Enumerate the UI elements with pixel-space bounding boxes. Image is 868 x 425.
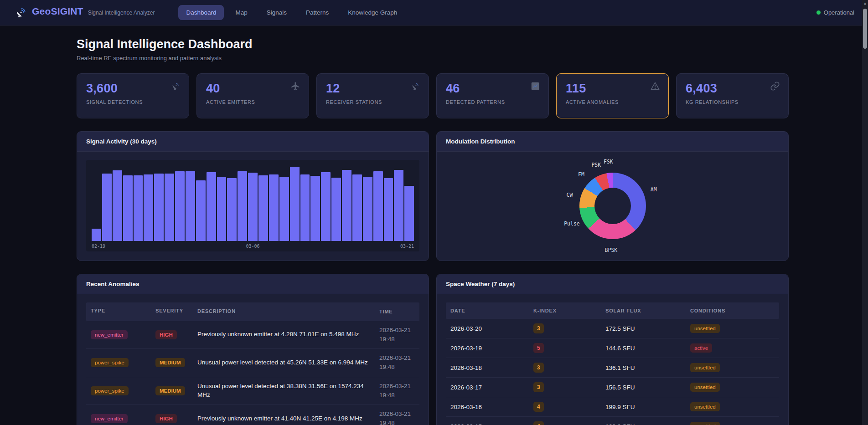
anomaly-type-badge: new_emitter bbox=[91, 414, 128, 423]
panel-title: Space Weather (7 days) bbox=[437, 274, 788, 294]
donut-slice-label: BPSK bbox=[605, 247, 618, 253]
anomaly-type-badge: power_spike bbox=[91, 386, 129, 395]
weather-date: 2026-03-17 bbox=[446, 379, 529, 395]
brand[interactable]: GeoSIGINT Signal Intelligence Analyzer bbox=[14, 6, 155, 20]
activity-bar bbox=[217, 177, 227, 241]
stat-value: 46 bbox=[446, 82, 539, 96]
weather-cond-cell: unsettled bbox=[686, 378, 779, 396]
activity-bar bbox=[134, 175, 143, 241]
activity-bar bbox=[92, 229, 101, 241]
anomaly-type-cell: new_emitter bbox=[86, 326, 151, 344]
nav-item-knowledge-graph[interactable]: Knowledge Graph bbox=[340, 5, 405, 20]
anomaly-description: Previously unknown emitter at 4.28N 71.0… bbox=[193, 326, 375, 343]
column-header: DESCRIPTION bbox=[193, 302, 375, 321]
nav-item-map[interactable]: Map bbox=[227, 5, 255, 20]
weather-flux: 199.9 SFU bbox=[601, 399, 686, 415]
stat-card-detected-patterns: 46 DETECTED PATTERNS bbox=[436, 73, 549, 118]
signal-activity-panel: Signal Activity (30 days) 02-19 03-06 03… bbox=[77, 131, 429, 261]
weather-date: 2026-03-19 bbox=[446, 340, 529, 356]
activity-bar bbox=[102, 174, 112, 241]
column-header: SEVERITY bbox=[151, 302, 193, 321]
anomaly-type-badge: power_spike bbox=[91, 358, 129, 367]
stat-label: ACTIVE EMITTERS bbox=[206, 99, 300, 105]
space-weather-panel: Space Weather (7 days) DATE K-INDEX SOLA… bbox=[436, 274, 789, 425]
weather-flux: 172.5 SFU bbox=[601, 321, 686, 337]
activity-bar bbox=[269, 174, 279, 241]
top-nav: GeoSIGINT Signal Intelligence Analyzer D… bbox=[0, 0, 868, 26]
scrollbar-up-arrow-icon[interactable]: ▲ bbox=[862, 1, 868, 5]
stat-card-signal-detections: 3,600 SIGNAL DETECTIONS bbox=[77, 73, 189, 118]
activity-bar bbox=[113, 170, 122, 241]
brand-tagline: Signal Intelligence Analyzer bbox=[88, 10, 155, 16]
trend-chart-icon bbox=[530, 81, 540, 91]
weather-flux: 129.0 SFU bbox=[601, 419, 686, 425]
panel-title: Modulation Distribution bbox=[437, 132, 788, 152]
anomaly-severity-badge: MEDIUM bbox=[155, 386, 185, 395]
plane-icon bbox=[290, 81, 300, 91]
activity-bar bbox=[310, 176, 320, 241]
anomaly-description: Unusual power level detected at 45.26N 5… bbox=[193, 354, 375, 372]
anomaly-type-badge: new_emitter bbox=[91, 330, 128, 339]
system-status: Operational bbox=[816, 9, 854, 16]
k-index-badge: 3 bbox=[533, 382, 544, 392]
nav-item-signals[interactable]: Signals bbox=[259, 5, 294, 20]
page-scrollbar[interactable]: ▲ bbox=[862, 0, 868, 425]
nav-item-patterns[interactable]: Patterns bbox=[298, 5, 336, 20]
conditions-badge: unsettled bbox=[690, 383, 720, 392]
recent-anomalies-panel: Recent Anomalies TYPE SEVERITY DESCRIPTI… bbox=[77, 274, 429, 425]
activity-bar bbox=[290, 167, 300, 241]
weather-k-cell: 5 bbox=[529, 338, 601, 358]
signal-activity-chart: 02-19 03-06 03-21 bbox=[86, 160, 419, 251]
weather-cond-cell: unsettled bbox=[686, 358, 779, 377]
conditions-badge: unsettled bbox=[690, 402, 720, 411]
donut-wrap: AMBPSKPulseCWFMPSKFSK bbox=[535, 152, 690, 260]
x-tick: 02-19 bbox=[92, 244, 105, 249]
scrollbar-thumb[interactable] bbox=[863, 9, 867, 49]
weather-table: DATE K-INDEX SOLAR FLUX CONDITIONS 2026-… bbox=[437, 294, 788, 425]
stat-label: RECEIVER STATIONS bbox=[326, 99, 419, 105]
x-tick: 03-21 bbox=[400, 244, 414, 249]
activity-bar bbox=[352, 174, 362, 241]
activity-bar bbox=[175, 171, 185, 241]
activity-bar bbox=[248, 173, 258, 241]
anomalies-table: TYPE SEVERITY DESCRIPTION TIME new_emitt… bbox=[77, 294, 429, 425]
conditions-badge: unsettled bbox=[690, 422, 720, 425]
anomaly-severity-badge: HIGH bbox=[155, 414, 177, 423]
weather-cond-cell: unsettled bbox=[686, 319, 779, 338]
anomaly-type-cell: power_spike bbox=[86, 353, 151, 372]
weather-row: 2026-03-183136.1 SFUunsettled bbox=[446, 358, 779, 378]
tables-row: Recent Anomalies TYPE SEVERITY DESCRIPTI… bbox=[77, 274, 789, 425]
activity-bar bbox=[154, 174, 164, 241]
activity-bar bbox=[384, 178, 393, 241]
weather-cond-cell: unsettled bbox=[686, 398, 779, 416]
donut-slice-label: FSK bbox=[604, 159, 613, 165]
weather-row: 2026-03-203172.5 SFUunsettled bbox=[446, 319, 779, 338]
column-header: K-INDEX bbox=[529, 302, 601, 319]
anomaly-time: 2026-03-21 19:48 bbox=[375, 349, 419, 377]
conditions-badge: active bbox=[690, 343, 712, 353]
weather-table-body: 2026-03-203172.5 SFUunsettled2026-03-195… bbox=[446, 319, 779, 425]
anomaly-severity-badge: HIGH bbox=[155, 330, 177, 339]
modulation-donut-chart: AMBPSKPulseCWFMPSKFSK bbox=[437, 152, 788, 260]
activity-bar bbox=[144, 174, 153, 241]
weather-row: 2026-03-154129.0 SFUunsettled bbox=[446, 417, 779, 425]
k-index-badge: 5 bbox=[533, 343, 544, 353]
activity-bar bbox=[363, 177, 372, 241]
weather-flux: 156.5 SFU bbox=[601, 379, 686, 395]
activity-bar bbox=[300, 174, 310, 241]
main-content: Signal Intelligence Dashboard Real-time … bbox=[0, 26, 868, 425]
anomaly-severity-cell: HIGH bbox=[151, 326, 193, 344]
conditions-badge: unsettled bbox=[690, 324, 720, 333]
stats-row: 3,600 SIGNAL DETECTIONS 40 ACTIVE EMITTE… bbox=[77, 73, 789, 118]
activity-bar bbox=[279, 177, 289, 241]
stat-card-active-anomalies: 115 ACTIVE ANOMALIES bbox=[556, 73, 669, 118]
k-index-badge: 4 bbox=[533, 402, 544, 412]
nav-item-dashboard[interactable]: Dashboard bbox=[178, 5, 224, 20]
stat-value: 6,403 bbox=[686, 82, 779, 96]
activity-bar bbox=[165, 174, 174, 241]
satellite-dish-icon bbox=[170, 81, 181, 91]
link-icon bbox=[770, 81, 780, 91]
weather-flux: 144.6 SFU bbox=[601, 340, 686, 356]
anomalies-table-header: TYPE SEVERITY DESCRIPTION TIME bbox=[86, 302, 419, 321]
stat-label: DETECTED PATTERNS bbox=[446, 99, 539, 105]
